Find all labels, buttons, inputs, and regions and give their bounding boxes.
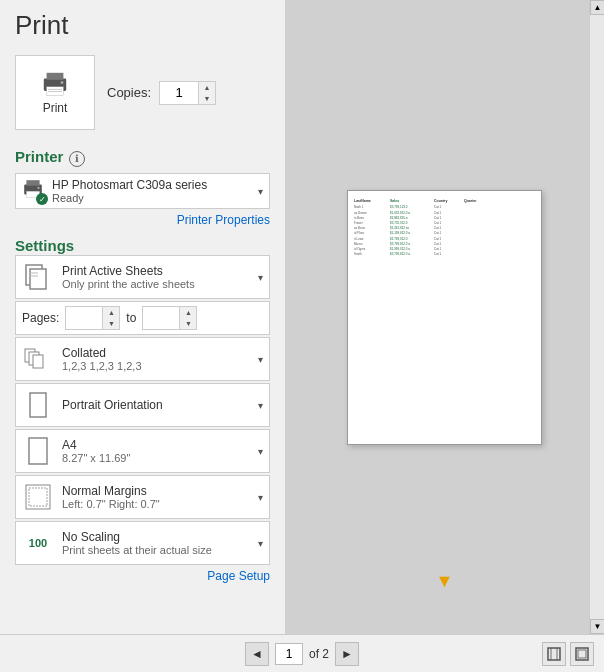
- svg-rect-17: [30, 393, 46, 417]
- printer-section-label: Printer: [15, 148, 63, 165]
- printer-dropdown[interactable]: ✓ HP Photosmart C309a series Ready ▾: [15, 173, 270, 209]
- setting-print-active-sheets[interactable]: Print Active Sheets Only print the activ…: [15, 255, 270, 299]
- setting-collated[interactable]: Collated 1,2,3 1,2,3 1,2,3 ▾: [15, 337, 270, 381]
- printer-name: HP Photosmart C309a series: [52, 178, 258, 192]
- setting-margins[interactable]: Normal Margins Left: 0.7" Right: 0.7" ▾: [15, 475, 270, 519]
- print-active-main: Print Active Sheets: [62, 264, 254, 278]
- pages-label: Pages:: [22, 311, 59, 325]
- page-title: Print: [15, 10, 270, 41]
- printer-icon-area: ✓: [22, 179, 44, 203]
- scaling-icon-text: 100: [29, 537, 47, 549]
- printer-properties-link[interactable]: Printer Properties: [15, 213, 270, 227]
- printer-ready-check: ✓: [36, 193, 48, 205]
- total-pages-label: of 2: [309, 647, 329, 661]
- pages-to-down[interactable]: ▼: [180, 318, 196, 329]
- print-sheets-icon: [22, 261, 54, 293]
- svg-rect-21: [548, 648, 560, 660]
- setting-scaling[interactable]: 100 No Scaling Print sheets at their act…: [15, 521, 270, 565]
- preview-scrollbar[interactable]: ▲ ▼: [589, 0, 604, 634]
- paper-size-arrow: ▾: [258, 446, 263, 457]
- margin-view-btn[interactable]: [570, 642, 594, 666]
- margins-main: Normal Margins: [62, 484, 254, 498]
- fit-icon: [547, 647, 561, 661]
- copies-down-btn[interactable]: ▼: [199, 93, 215, 104]
- copies-input[interactable]: [160, 82, 198, 104]
- copies-area: Copies: ▲ ▼: [107, 81, 216, 105]
- sheet-data-row: Munro$3,799,812.0 aCat 1: [354, 242, 535, 246]
- svg-rect-11: [30, 269, 46, 289]
- printer-section: Printer ℹ ✓ HP Photosmart C309a series R…: [15, 144, 270, 227]
- orientation-main: Portrait Orientation: [62, 398, 254, 412]
- print-button[interactable]: Print: [15, 55, 95, 130]
- printer-icon: [41, 71, 69, 97]
- printer-header: Printer ℹ: [15, 144, 270, 173]
- page-setup-link[interactable]: Page Setup: [15, 569, 270, 583]
- margins-sub: Left: 0.7" Right: 0.7": [62, 498, 254, 510]
- orientation-icon: [22, 389, 54, 421]
- sheet-data-row: Fraser$3,732,012.0Cat 1: [354, 221, 535, 225]
- svg-rect-7: [26, 180, 39, 186]
- copies-spinner: ▲ ▼: [198, 82, 215, 104]
- sheet-data-row: id Ogers$1,999,012.0 aCat 1: [354, 247, 535, 251]
- preview-panel: ▼ LastName Sales Country Quarter Nash 1$…: [285, 0, 604, 634]
- print-btn-label: Print: [43, 101, 68, 115]
- orientation-arrow: ▾: [258, 400, 263, 411]
- scaling-text: No Scaling Print sheets at their actual …: [62, 530, 254, 556]
- collated-main: Collated: [62, 346, 254, 360]
- paper-size-main: A4: [62, 438, 254, 452]
- margins-arrow: ▾: [258, 492, 263, 503]
- scroll-down-btn[interactable]: ▼: [590, 619, 604, 634]
- fit-page-btn[interactable]: [542, 642, 566, 666]
- settings-section: Settings Print Active Sheets Only print …: [15, 237, 270, 583]
- printer-name-area: HP Photosmart C309a series Ready: [52, 178, 258, 204]
- scroll-track: [590, 15, 604, 619]
- print-area: Print Copies: ▲ ▼: [15, 55, 270, 130]
- pages-to-up[interactable]: ▲: [180, 307, 196, 318]
- print-active-arrow: ▾: [258, 272, 263, 283]
- paper-size-sub: 8.27" x 11.69": [62, 452, 254, 464]
- settings-section-label: Settings: [15, 237, 74, 254]
- bottom-right-icons: [542, 642, 594, 666]
- preview-sheet: LastName Sales Country Quarter Nash 1$3,…: [347, 190, 542, 445]
- pages-to-input[interactable]: [143, 308, 179, 328]
- pages-to-label: to: [126, 311, 136, 325]
- bottom-nav-bar: ◄ of 2 ►: [0, 634, 604, 672]
- orange-arrow-indicator: ▼: [436, 571, 454, 592]
- margin-icon: [575, 647, 589, 661]
- printer-status: Ready: [52, 192, 258, 204]
- scaling-sub: Print sheets at their actual size: [62, 544, 254, 556]
- sheet-header-row: LastName Sales Country Quarter: [354, 199, 535, 204]
- pages-to-spin: ▲ ▼: [179, 307, 196, 329]
- current-page-input[interactable]: [275, 643, 303, 665]
- margins-text: Normal Margins Left: 0.7" Right: 0.7": [62, 484, 254, 510]
- setting-paper-size[interactable]: A4 8.27" x 11.69" ▾: [15, 429, 270, 473]
- printer-info-icon[interactable]: ℹ: [69, 151, 85, 167]
- svg-rect-16: [33, 355, 43, 368]
- svg-rect-19: [26, 485, 50, 509]
- svg-rect-3: [48, 88, 62, 89]
- sheet-data-row: Smith$3,799,812.0 aCat 1: [354, 252, 535, 256]
- pages-from-input[interactable]: [66, 308, 102, 328]
- paper-size-icon: [22, 435, 54, 467]
- pages-from-wrap: ▲ ▼: [65, 306, 120, 330]
- copies-input-wrap: ▲ ▼: [159, 81, 216, 105]
- orientation-text: Portrait Orientation: [62, 398, 254, 412]
- copies-label: Copies:: [107, 85, 151, 100]
- sheet-data-row: id Flora$1,199,812.0 aCat 1: [354, 231, 535, 235]
- print-active-text: Print Active Sheets Only print the activ…: [62, 264, 254, 290]
- next-page-btn[interactable]: ►: [335, 642, 359, 666]
- collated-text: Collated 1,2,3 1,2,3 1,2,3: [62, 346, 254, 372]
- pages-from-down[interactable]: ▼: [103, 318, 119, 329]
- copies-up-btn[interactable]: ▲: [199, 82, 215, 93]
- paper-size-text: A4 8.27" x 11.69": [62, 438, 254, 464]
- sheet-data-row: it Lowe$2,799,012.0Cat 1: [354, 237, 535, 241]
- sheet-data-row: in Bees$2,882,891 aCat 1: [354, 216, 535, 220]
- left-panel: Print Print Copies: ▲: [0, 0, 285, 634]
- sheet-content: LastName Sales Country Quarter Nash 1$3,…: [348, 191, 541, 266]
- collated-arrow: ▾: [258, 354, 263, 365]
- setting-orientation[interactable]: Portrait Orientation ▾: [15, 383, 270, 427]
- svg-rect-1: [47, 72, 64, 79]
- pages-from-up[interactable]: ▲: [103, 307, 119, 318]
- scroll-up-btn[interactable]: ▲: [590, 0, 604, 15]
- prev-page-btn[interactable]: ◄: [245, 642, 269, 666]
